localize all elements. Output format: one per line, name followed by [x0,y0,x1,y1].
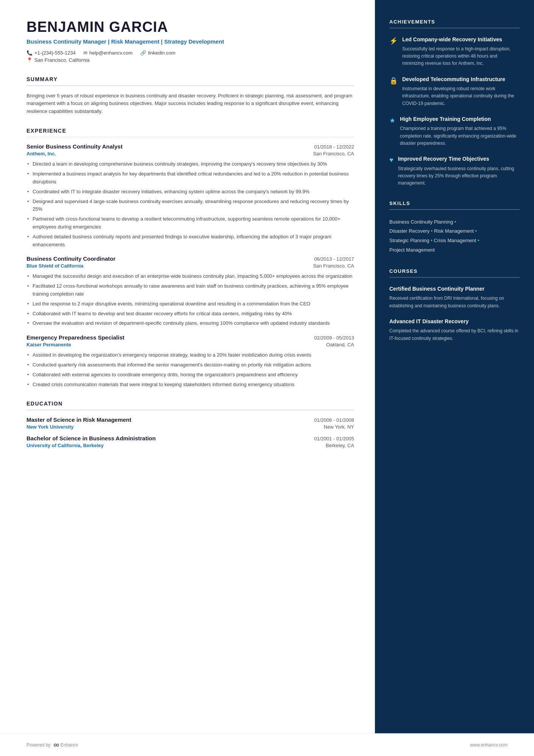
achievement-2-desc: Instrumental in developing robust remote… [402,85,520,107]
experience-divider [27,137,354,138]
job-1: Senior Business Continuity Analyst 01/20… [27,143,354,249]
achievement-3-title: High Employee Training Completion [400,116,520,123]
skill-bullet-5: • [476,238,479,243]
achievement-1: ⚡ Led Company-wide Recovery Initiatives … [389,36,520,67]
location-value: San Francisco, California [34,57,89,63]
linkedin-contact: 🔗 linkedin.com [140,50,175,56]
logo-symbol: ∞ [53,740,59,749]
job-2-title: Business Continuity Coordinator [27,255,116,262]
bullet: Conducted quarterly risk assessments tha… [27,361,354,369]
education-section: EDUCATION Master of Science in Risk Mana… [27,401,354,448]
job-3-company: Kaiser Permanente [27,342,71,347]
bullet: Facilitated 12 cross-functional workshop… [27,282,354,298]
summary-section: SUMMARY Bringing over 5 years of robust … [27,76,354,116]
job-3-bullets: Assisted in developing the organization'… [27,351,354,388]
summary-title: SUMMARY [27,76,354,82]
skill-bullet-2: • [429,228,434,234]
job-3-dates: 02/2009 - 05/2013 [314,335,354,341]
bullet: Oversaw the evaluation and revision of d… [27,319,354,327]
achievements-divider [389,28,520,28]
footer: Powered by ∞ Enhancv www.enhancv.com [0,733,534,756]
bullet: Partnered with cross-functional teams to… [27,215,354,231]
job-3-title: Emergency Preparedness Specialist [27,334,124,341]
course-1-desc: Received certification from DRI Internat… [389,295,520,309]
job-3-location: Oakland, CA [326,342,354,347]
job-2-bullets: Managed the successful design and execut… [27,272,354,327]
email-value: help@enhancv.com [89,50,133,56]
achievement-4-title: Improved Recovery Time Objectives [398,155,520,163]
courses-title: COURSES [389,268,520,274]
skill-bullet-3: • [474,228,477,234]
skills-divider [389,209,520,210]
job-1-title: Senior Business Continuity Analyst [27,143,123,150]
edu-1-header: Master of Science in Risk Management 01/… [27,416,354,423]
linkedin-value: linkedin.com [148,50,175,56]
achievement-1-content: Led Company-wide Recovery Initiatives Su… [402,36,520,67]
location-contact: 📍 San Francisco, California [27,57,89,63]
achievement-3-icon: ★ [389,116,395,147]
skill-3: Risk Management [434,228,474,234]
courses-divider [389,277,520,278]
bullet: Directed a team in developing comprehens… [27,160,354,168]
summary-divider [27,85,354,86]
achievement-1-title: Led Company-wide Recovery Initiatives [402,36,520,44]
edu-1-institution: New York University [27,424,74,430]
edu-2-institution-line: University of California, Berkeley Berke… [27,443,354,448]
linkedin-icon: 🔗 [140,50,146,56]
skill-1: Business Continuity Planning [389,219,453,225]
job-2-header: Business Continuity Coordinator 06/2013 … [27,255,354,262]
achievement-3-content: High Employee Training Completion Champi… [400,116,520,147]
email-contact: ✉ help@enhancv.com [83,50,133,56]
bullet: Managed the successful design and execut… [27,272,354,280]
achievement-4-icon: ♥ [389,156,393,187]
job-3-header: Emergency Preparedness Specialist 02/200… [27,334,354,341]
education-title: EDUCATION [27,401,354,407]
job-2-company-line: Blue Shield of California San Francisco,… [27,263,354,269]
footer-left: Powered by ∞ Enhancv [27,740,78,749]
course-1: Certified Business Continuity Planner Re… [389,285,520,310]
bullet: Led the response to 2 major disruptive e… [27,300,354,308]
skills-list: Business Continuity Planning • Disaster … [389,218,520,255]
powered-by-label: Powered by [27,742,50,748]
edu-2: Bachelor of Science in Business Administ… [27,435,354,448]
edu-2-header: Bachelor of Science in Business Administ… [27,435,354,441]
achievement-2: 🔒 Developed Telecommuting Infrastructure… [389,76,520,107]
course-1-title: Certified Business Continuity Planner [389,285,520,293]
enhancv-logo: ∞ Enhancv [53,740,78,749]
website-url: www.enhancv.com [470,742,507,748]
job-1-dates: 01/2018 - 12/2022 [314,144,354,150]
achievement-2-content: Developed Telecommuting Infrastructure I… [402,76,520,107]
skills-title: SKILLS [389,200,520,206]
job-2-company: Blue Shield of California [27,263,83,269]
edu-2-dates: 01/2001 - 01/2005 [314,436,354,441]
email-icon: ✉ [83,50,87,56]
education-divider [27,410,354,410]
achievement-1-icon: ⚡ [389,37,398,67]
edu-2-location: Berkeley, CA [326,443,354,448]
skills-section: SKILLS Business Continuity Planning • Di… [389,200,520,255]
phone-value: +1-(234)-555-1234 [34,50,76,56]
location-line: 📍 San Francisco, California [27,57,354,63]
achievements-section: ACHIEVEMENTS ⚡ Led Company-wide Recovery… [389,19,520,187]
job-2-location: San Francisco, CA [313,263,354,269]
experience-title: EXPERIENCE [27,128,354,134]
edu-2-institution: University of California, Berkeley [27,443,104,448]
right-column: ACHIEVEMENTS ⚡ Led Company-wide Recovery… [375,0,534,733]
skill-4: Strategic Planning [389,238,429,243]
brand-name: Enhancv [61,742,78,748]
bullet: Assisted in developing the organization'… [27,351,354,359]
experience-section: EXPERIENCE Senior Business Continuity An… [27,128,354,388]
course-2: Advanced IT Disaster Recovery Completed … [389,318,520,342]
job-2: Business Continuity Coordinator 06/2013 … [27,255,354,327]
job-3-company-line: Kaiser Permanente Oakland, CA [27,342,354,347]
job-1-location: San Francisco, CA [313,151,354,157]
location-icon: 📍 [27,57,33,63]
summary-text: Bringing over 5 years of robust experien… [27,92,354,116]
bullet: Collaborated with IT teams to develop an… [27,310,354,318]
achievement-3-desc: Championed a training program that achie… [400,125,520,147]
bullet: Created crisis communication materials t… [27,381,354,389]
skill-bullet-4: • [429,238,434,243]
skill-6: Project Management [389,247,435,253]
skill-5: Crisis Management [434,238,476,243]
bullet: Designed and supervised 4 large-scale bu… [27,198,354,214]
